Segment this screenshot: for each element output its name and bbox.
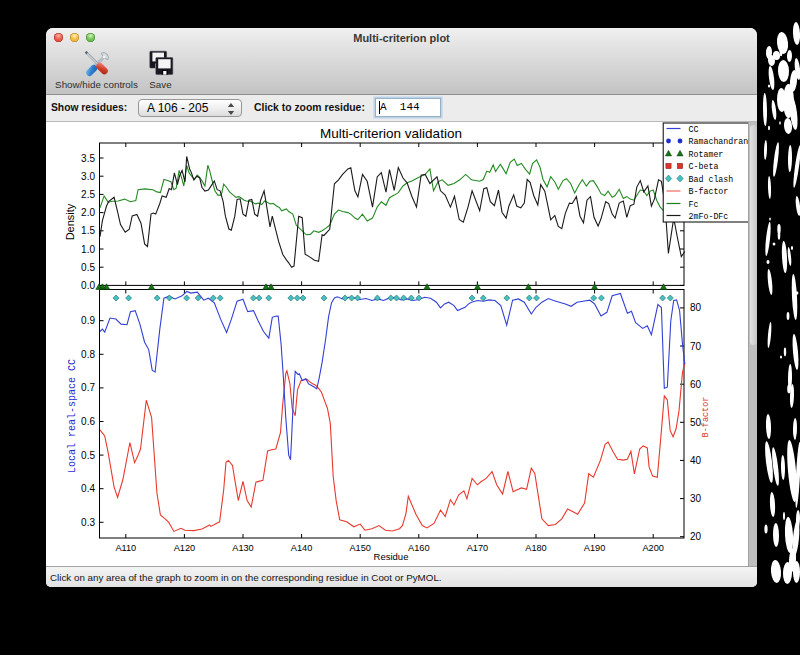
svg-text:0.6: 0.6 — [81, 416, 95, 427]
svg-text:C-beta: C-beta — [689, 162, 719, 171]
svg-text:0.5: 0.5 — [81, 450, 95, 461]
svg-text:0.8: 0.8 — [81, 349, 95, 360]
svg-text:2mFo-DFc: 2mFo-DFc — [689, 212, 729, 221]
svg-text:A160: A160 — [408, 543, 429, 553]
svg-text:0.0: 0.0 — [81, 280, 95, 291]
svg-text:Density: Density — [64, 203, 76, 240]
svg-text:A180: A180 — [525, 543, 546, 553]
svg-text:30: 30 — [690, 493, 702, 504]
svg-text:CC: CC — [689, 125, 699, 134]
svg-text:B-factor: B-factor — [701, 397, 711, 438]
svg-text:A110: A110 — [115, 543, 136, 553]
svg-text:50: 50 — [690, 417, 702, 428]
svg-text:0.5: 0.5 — [81, 262, 95, 273]
svg-text:1.5: 1.5 — [81, 225, 95, 236]
svg-text:40: 40 — [690, 455, 702, 466]
svg-text:0.9: 0.9 — [81, 315, 95, 326]
svg-text:Fc: Fc — [689, 200, 699, 209]
svg-text:A120: A120 — [174, 543, 195, 553]
svg-text:Rotamer: Rotamer — [689, 150, 724, 159]
svg-text:3.5: 3.5 — [81, 153, 95, 164]
svg-text:0.3: 0.3 — [81, 517, 95, 528]
svg-text:Ramachandran: Ramachandran — [689, 137, 749, 146]
svg-text:20: 20 — [690, 531, 702, 542]
svg-text:A190: A190 — [584, 543, 605, 553]
svg-text:B-factor: B-factor — [689, 187, 729, 196]
svg-text:3.0: 3.0 — [81, 171, 95, 182]
svg-text:Residue: Residue — [374, 551, 409, 562]
svg-text:A140: A140 — [291, 543, 312, 553]
svg-text:2.5: 2.5 — [81, 189, 95, 200]
svg-text:A200: A200 — [642, 543, 663, 553]
svg-text:2.0: 2.0 — [81, 207, 95, 218]
svg-text:Bad clash: Bad clash — [689, 175, 734, 184]
svg-text:A150: A150 — [349, 543, 370, 553]
svg-text:A130: A130 — [232, 543, 253, 553]
svg-text:Local real-space CC: Local real-space CC — [67, 359, 78, 473]
svg-text:1.0: 1.0 — [81, 244, 95, 255]
svg-text:Multi-criterion validation: Multi-criterion validation — [320, 126, 462, 141]
svg-text:0.4: 0.4 — [81, 483, 95, 494]
svg-text:0.7: 0.7 — [81, 382, 95, 393]
svg-text:70: 70 — [690, 341, 702, 352]
svg-text:60: 60 — [690, 379, 702, 390]
svg-text:80: 80 — [690, 302, 702, 313]
svg-text:A170: A170 — [467, 543, 488, 553]
